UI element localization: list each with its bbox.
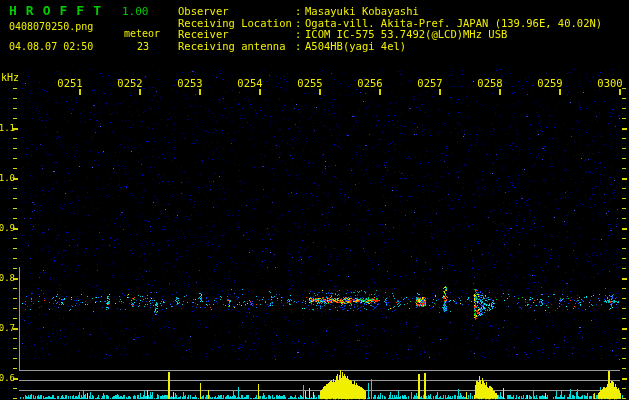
info-label: Receiver [178,28,229,40]
info-colon: : [295,40,301,52]
info-label: Receiving Location [178,17,292,29]
app-title: HROFFT [9,3,110,18]
time-tick-label: 0253 [174,77,206,89]
observation-mode: meteor [124,28,160,39]
time-tick-label: 0251 [54,77,86,89]
info-label: Observer [178,5,229,17]
time-tick-label: 0252 [114,77,146,89]
info-colon: : [295,28,301,40]
app-version: 1.00 [122,5,149,18]
info-colon: : [295,17,301,29]
time-tick-label: 0258 [474,77,506,89]
freq-tick-label: 1.0 [0,173,15,183]
freq-tick-label: 0.9 [0,223,15,233]
time-tick-label: 0254 [234,77,266,89]
time-tick-label: 0256 [354,77,386,89]
freq-tick-label: 1.1 [0,123,15,133]
info-colon: : [295,5,301,17]
time-tick-label: 0257 [414,77,446,89]
time-tick-label: 0259 [534,77,566,89]
hrofft-output-image: HROFFT 1.00 0408070250.png meteor 04.08.… [0,0,629,400]
freq-tick-label: 0.8 [0,273,15,283]
spectrogram-canvas [0,0,629,400]
freq-tick-label: 0.7 [0,323,15,333]
observation-datetime: 04.08.07 02:50 [9,41,93,52]
info-value: Ogata-vill. Akita-Pref. JAPAN (139.96E, … [305,17,602,29]
info-label: Receiving antenna [178,40,285,52]
frequency-unit-label: kHz [1,72,19,83]
freq-tick-label: 0.6 [0,373,15,383]
output-filename: 0408070250.png [9,21,93,32]
info-value: ICOM IC-575 53.7492(@LCD)MHz USB [305,28,507,40]
echo-count: 23 [137,41,149,52]
info-value: Masayuki Kobayashi [305,5,419,17]
info-value: A504HB(yagi 4el) [305,40,406,52]
time-tick-label: 0300 [594,77,626,89]
time-tick-label: 0255 [294,77,326,89]
